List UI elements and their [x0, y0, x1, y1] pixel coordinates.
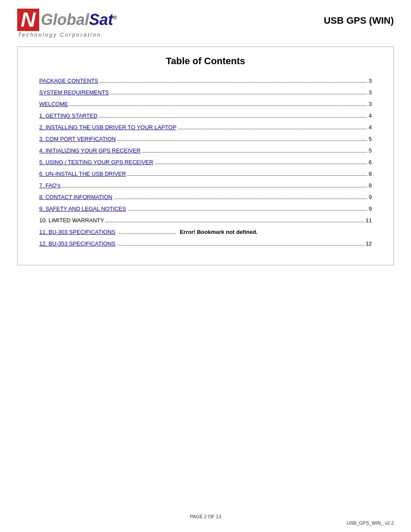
toc-link-welcome[interactable]: WELCOME: [39, 101, 68, 107]
logo-area: N GlobalSat® Technology Corporation: [17, 9, 117, 38]
toc-row-7: 4. INITIALIZING YOUR GPS RECEIVER 5: [39, 147, 372, 154]
toc-row-1: PACKAGE CONTENTS 3: [39, 78, 372, 84]
toc-row-2: SYSTEM REQUIREMENTS 3: [39, 89, 372, 96]
toc-row-4: 1. GETTING STARTED 4: [39, 112, 372, 119]
toc-text-warranty: 10. LIMITED WARRANTY: [39, 217, 104, 224]
toc-link-getting-started[interactable]: 1. GETTING STARTED: [39, 112, 97, 119]
toc-dots: [178, 129, 367, 129]
logo-n-icon: N: [17, 9, 39, 31]
toc-page-13: 11: [366, 217, 372, 224]
toc-link-using-testing[interactable]: 5. USING / TESTING YOUR GPS RECEIVER: [39, 159, 153, 165]
toc-link-uninstall[interactable]: 6. UN-INSTALL THE USB DRIVER: [39, 171, 126, 177]
toc-page-2: 3: [369, 89, 372, 96]
toc-row-8: 5. USING / TESTING YOUR GPS RECEIVER 6: [39, 159, 372, 165]
toc-page-8: 6: [369, 159, 372, 165]
toc-heading: Table of Contents: [39, 56, 372, 67]
toc-page-15: 12: [366, 240, 372, 247]
toc-page-12: 9: [369, 205, 372, 212]
toc-link-faqs[interactable]: 7. FAQ's: [39, 182, 60, 189]
toc-error-bookmark: Error! Bookmark not defined.: [180, 229, 258, 235]
toc-link-system-requirements[interactable]: SYSTEM REQUIREMENTS: [39, 89, 109, 96]
logo-subtitle: Technology Corporation: [18, 32, 101, 38]
toc-dots: [117, 245, 364, 246]
toc-dots: [100, 82, 367, 83]
footer-page-info: PAGE 2 OF 13: [190, 514, 221, 519]
toc-page-11: 9: [369, 194, 372, 200]
logo-sat-text: Sat: [89, 11, 113, 28]
toc-dots: [155, 164, 367, 164]
toc-page-7: 5: [369, 147, 372, 154]
toc-row-6: 3. COM PORT VERIFICATION 5: [39, 136, 372, 142]
logo-graphic: N GlobalSat®: [17, 9, 117, 31]
toc-container: Table of Contents PACKAGE CONTENTS 3 SYS…: [17, 47, 394, 265]
toc-dots: [142, 152, 367, 152]
toc-link-contact-info[interactable]: 8. CONTACT INFORMATION: [39, 194, 112, 200]
toc-link-initializing[interactable]: 4. INITIALIZING YOUR GPS RECEIVER: [39, 147, 140, 154]
logo-brand-name: GlobalSat®: [41, 12, 117, 28]
toc-dots: [62, 187, 367, 187]
logo-registered-symbol: ®: [113, 15, 117, 21]
document-header: N GlobalSat® Technology Corporation USB …: [0, 0, 411, 42]
toc-row-13: 10. LIMITED WARRANTY 11: [39, 217, 372, 224]
toc-link-bu353[interactable]: 12. BU-353 SPECIFICATIONS: [39, 240, 115, 247]
toc-dots: [128, 210, 367, 211]
toc-row-11: 8. CONTACT INFORMATION 9: [39, 194, 372, 200]
toc-page-1: 3: [369, 78, 372, 84]
toc-page-4: 4: [369, 112, 372, 119]
toc-link-package-contents[interactable]: PACKAGE CONTENTS: [39, 78, 98, 84]
toc-dots: [128, 175, 367, 176]
toc-row-14: 11. BU-303 SPECIFICATIONS ..............…: [39, 229, 372, 235]
toc-page-10: 8: [369, 182, 372, 189]
toc-row-9: 6. UN-INSTALL THE USB DRIVER 8: [39, 171, 372, 177]
footer-version: USB_GPS_WIN_ v2.2: [347, 520, 394, 526]
toc-link-bu303[interactable]: 11. BU-303 SPECIFICATIONS: [39, 229, 115, 235]
toc-row-15: 12. BU-353 SPECIFICATIONS 12: [39, 240, 372, 247]
toc-link-installing-usb[interactable]: 2. INSTALLING THE USB DRIVER TO YOUR LAP…: [39, 124, 177, 131]
toc-page-9: 8: [369, 171, 372, 177]
toc-link-safety[interactable]: 9. SAFETY AND LEGAL NOTICES: [39, 205, 126, 212]
toc-page-3: 3: [369, 101, 372, 107]
toc-dots: [99, 117, 367, 118]
toc-dots: [106, 222, 364, 222]
toc-link-com-port[interactable]: 3. COM PORT VERIFICATION: [39, 136, 116, 142]
toc-dots: [111, 94, 367, 94]
document-title: USB GPS (WIN): [324, 9, 394, 26]
toc-dots: [118, 140, 367, 141]
logo-global-text: Global: [41, 11, 89, 28]
toc-row-5: 2. INSTALLING THE USB DRIVER TO YOUR LAP…: [39, 124, 372, 131]
toc-row-12: 9. SAFETY AND LEGAL NOTICES 9: [39, 205, 372, 212]
toc-page-5: 4: [369, 124, 372, 131]
toc-row-3: WELCOME 3: [39, 101, 372, 107]
logo-text-area: GlobalSat®: [41, 12, 117, 28]
toc-dots: [114, 199, 367, 199]
toc-page-6: 5: [369, 136, 372, 142]
toc-dots: [70, 106, 367, 106]
toc-row-10: 7. FAQ's 8: [39, 182, 372, 189]
